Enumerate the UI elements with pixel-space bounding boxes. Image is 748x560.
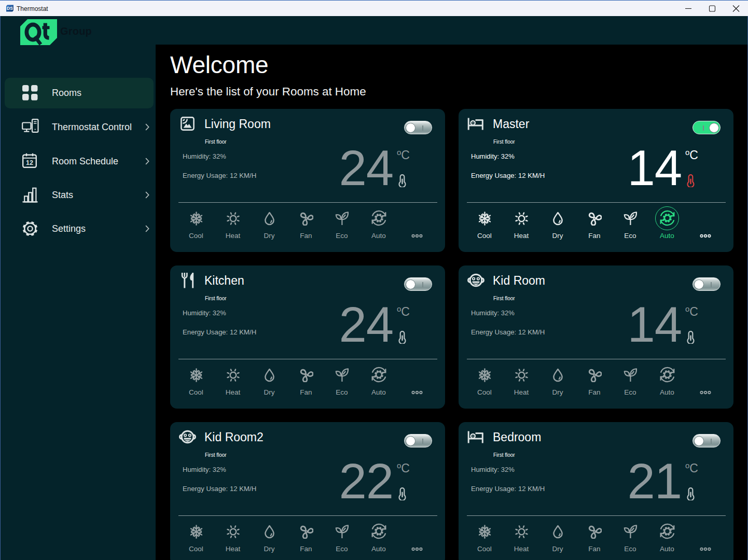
svg-text:DS: DS <box>7 6 13 11</box>
svg-text:12: 12 <box>26 159 33 166</box>
